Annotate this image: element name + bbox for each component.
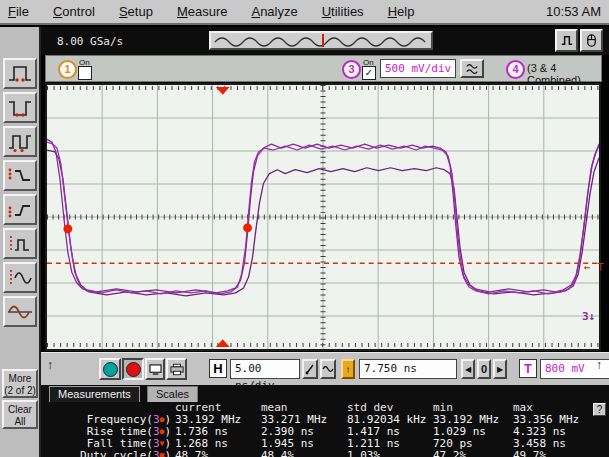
channel-3-button[interactable]: 3: [342, 60, 361, 79]
table-row: Duty cycle(3■) 48.7% 48.4% 1.03% 47.2% 4…: [43, 450, 603, 457]
edge-marker-dot: [243, 223, 252, 232]
horizontal-vernier-button[interactable]: [320, 359, 336, 379]
menu-help[interactable]: Help: [388, 4, 415, 19]
edge-marker-dot: [63, 224, 72, 233]
measure-pos-width-button[interactable]: [3, 58, 37, 89]
channel-4-button[interactable]: 4: [506, 60, 525, 79]
horizontal-fine-button[interactable]: [302, 359, 318, 379]
cell-current: 48.7%: [175, 450, 261, 457]
measure-rise-time-button[interactable]: [3, 194, 37, 225]
measure-rms-button[interactable]: [3, 296, 37, 327]
waveform-grid: [47, 85, 599, 349]
memory-waveform-icon: [211, 33, 431, 48]
cell-stddev: 1.03%: [347, 450, 433, 457]
slope-icon: [305, 363, 315, 375]
rise-time-icon: [6, 199, 34, 221]
trigger-label[interactable]: T: [519, 359, 537, 378]
memory-bar[interactable]: [209, 31, 433, 50]
channel-bar: 1 On 3 On ✓ 500 mV/div 4 (3 & 4 Combined…: [45, 55, 602, 82]
print-button[interactable]: [166, 358, 187, 380]
more-measurements-button[interactable]: More (2 of 2): [2, 369, 38, 398]
more-label-line2: (2 of 2): [4, 385, 36, 397]
more-label-line1: More: [4, 373, 36, 385]
control-bar: ↑ H 5.00 ns/div ↑ 7.750 ns ◀ 0 ▶ T 800 m…: [41, 352, 609, 385]
menu-bar: File Control Setup Measure Analyze Utili…: [0, 0, 609, 25]
channel-1-on-checkbox[interactable]: [78, 66, 92, 80]
run-button[interactable]: [99, 358, 121, 380]
menu-control[interactable]: Control: [53, 4, 95, 19]
screen-capture-button[interactable]: [145, 358, 165, 380]
measurement-name: Duty cycle: [80, 449, 146, 457]
cell-min: 47.2%: [433, 450, 513, 457]
paren: ): [164, 449, 171, 457]
paren: (: [146, 449, 153, 457]
clock: 10:53 AM: [546, 4, 609, 19]
acquisition-bar: 8.00 GSa/s: [41, 27, 609, 55]
stop-button[interactable]: [122, 358, 144, 380]
position-zero-button[interactable]: 0: [477, 359, 491, 379]
menu-file[interactable]: File: [8, 4, 29, 19]
printer-icon: [170, 363, 184, 376]
pulse-icon: [559, 33, 574, 48]
sample-rate-readout: 8.00 GSa/s: [57, 35, 123, 48]
pulse-marker-icon: [6, 233, 34, 255]
waveform-display[interactable]: [45, 83, 601, 351]
channel-1-button[interactable]: 1: [58, 60, 77, 79]
menu-utilities[interactable]: Utilities: [322, 4, 364, 19]
measure-neg-width-button[interactable]: [3, 92, 37, 123]
rms-sine-icon: [6, 301, 34, 323]
stop-icon: [126, 362, 141, 377]
measure-pulse-button[interactable]: [3, 228, 37, 259]
clear-label-line1: Clear: [4, 404, 36, 416]
scroll-up-right-button[interactable]: ↑: [596, 358, 602, 372]
horizontal-scale-field[interactable]: 5.00 ns/div: [230, 359, 300, 379]
clear-label-line2: All: [4, 416, 36, 428]
horizontal-label[interactable]: H: [209, 359, 227, 378]
neg-pulse-width-icon: [6, 97, 34, 119]
trigger-reference-button[interactable]: ↑: [341, 359, 355, 379]
fall-time-icon: [6, 165, 34, 187]
menu-measure[interactable]: Measure: [177, 4, 228, 19]
measurements-panel: Measurements Scales ? current mean std d…: [41, 385, 609, 457]
run-icon: [103, 362, 118, 377]
horizontal-position-field[interactable]: 7.750 ns: [359, 359, 457, 379]
clear-all-button[interactable]: Clear All: [2, 400, 38, 429]
measure-fall-time-button[interactable]: [3, 160, 37, 191]
measurements-table: current mean std dev min max Frequency(3…: [43, 402, 603, 457]
trigger-mode-button[interactable]: [555, 29, 578, 52]
menu-analyze[interactable]: Analyze: [251, 4, 297, 19]
position-right-button[interactable]: ▶: [493, 359, 507, 379]
amplitude-icon: [6, 267, 34, 289]
menu-setup[interactable]: Setup: [119, 4, 153, 19]
ac-coupling-icon: [464, 62, 480, 76]
cell-mean: 48.4%: [261, 450, 347, 457]
position-left-button[interactable]: ◀: [461, 359, 475, 379]
measure-period-button[interactable]: [3, 126, 37, 157]
measure-amplitude-button[interactable]: [3, 262, 37, 293]
period-icon: [6, 131, 34, 153]
channel-3-coupling-button[interactable]: [460, 59, 484, 78]
trigger-level-marker[interactable]: ← T: [584, 261, 604, 274]
sine-icon: [322, 364, 334, 374]
channel-3-ground-marker[interactable]: 3↓: [582, 310, 595, 323]
scroll-up-left-button[interactable]: ↑: [47, 358, 53, 372]
screen-icon: [149, 364, 162, 375]
pos-pulse-width-icon: [6, 63, 34, 85]
measure-toolbar: More (2 of 2) Clear All: [0, 27, 41, 457]
mouse-tools-button[interactable]: [580, 29, 603, 52]
channel-3-on-checkbox[interactable]: ✓: [362, 66, 376, 80]
tab-scales[interactable]: Scales: [147, 386, 198, 402]
time-reference-marker-top[interactable]: [216, 87, 230, 95]
mouse-icon: [584, 33, 599, 48]
channel-3-scale-field[interactable]: 500 mV/div: [380, 59, 456, 78]
cell-max: 49.7%: [513, 450, 599, 457]
source-channel: 3: [153, 449, 160, 457]
tab-measurements[interactable]: Measurements: [49, 386, 140, 402]
